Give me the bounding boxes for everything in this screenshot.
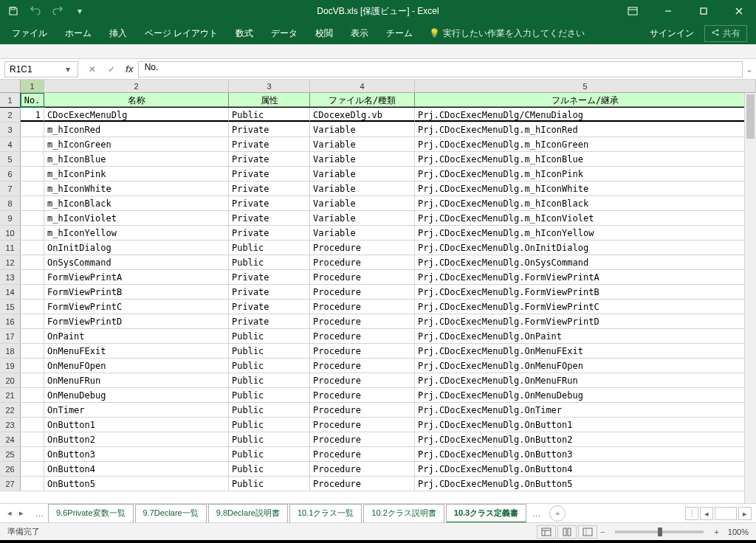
cell[interactable]: Prj.CDocExecMenuDlg.OnButton1 (415, 418, 756, 432)
column-header[interactable]: 1 (21, 80, 44, 92)
row-header[interactable]: 12 (0, 255, 21, 269)
cell[interactable]: Variable (310, 137, 415, 151)
cell[interactable]: Private (229, 314, 310, 328)
header-cell[interactable]: 名称 (44, 93, 229, 107)
cell[interactable]: Public (229, 344, 310, 358)
cell[interactable]: Public (229, 108, 310, 122)
cell[interactable]: CDocexeDlg.vb (310, 108, 415, 122)
cell[interactable] (21, 403, 44, 417)
cell[interactable]: Prj.CDocExecMenuDlg.FormViewPrintC (415, 300, 756, 314)
cell[interactable]: Public (229, 255, 310, 269)
cell[interactable]: Procedure (310, 373, 415, 387)
cell[interactable]: OnMenuFRun (44, 373, 229, 387)
tell-me-search[interactable]: 💡 実行したい作業を入力してください (429, 27, 585, 40)
ribbon-tab-7[interactable]: 表示 (342, 24, 377, 43)
row-header[interactable]: 20 (0, 373, 21, 387)
row-header[interactable]: 4 (0, 137, 21, 151)
cell[interactable]: Public (229, 373, 310, 387)
cell[interactable]: 1 (21, 108, 44, 122)
cell[interactable]: OnButton5 (44, 477, 229, 491)
row-header[interactable]: 17 (0, 329, 21, 343)
horizontal-scrollbar[interactable] (715, 507, 737, 520)
cell[interactable]: Procedure (310, 388, 415, 402)
ribbon-tab-8[interactable]: チーム (377, 24, 422, 43)
tab-scroll-first-icon[interactable]: ◂ (4, 507, 15, 519)
tab-split-handle[interactable]: ⋮ (685, 507, 698, 520)
cell[interactable]: Prj.CDocExecMenuDlg.m_hIconPink (415, 167, 756, 181)
cell[interactable]: CDocExecMenuDlg (44, 108, 229, 122)
cell[interactable] (21, 122, 44, 136)
ribbon-tab-3[interactable]: ページ レイアウト (136, 24, 227, 43)
insert-function-icon[interactable]: fx (121, 64, 138, 75)
cell[interactable]: Prj.CDocExecMenuDlg.m_hIconRed (415, 122, 756, 136)
cell[interactable]: OnInitDialog (44, 241, 229, 255)
cell[interactable]: Private (229, 167, 310, 181)
cell[interactable]: Variable (310, 152, 415, 166)
ribbon-tab-1[interactable]: ホーム (56, 24, 100, 43)
enter-formula-icon[interactable]: ✓ (102, 64, 121, 75)
cell[interactable]: Prj.CDocExecMenuDlg.FormViewPrintA (415, 270, 756, 284)
ribbon-tab-5[interactable]: データ (262, 24, 306, 43)
cell[interactable]: Procedure (310, 359, 415, 373)
column-header[interactable]: 3 (229, 80, 310, 92)
row-header[interactable]: 7 (0, 181, 21, 196)
sheet-tab[interactable]: 10.3クラス定義書 (446, 504, 526, 523)
formula-input[interactable]: No. (138, 61, 743, 77)
cell[interactable]: m_hIconRed (44, 122, 229, 136)
sheet-tab[interactable]: 9.8Declare説明書 (208, 504, 288, 523)
column-header[interactable]: 2 (44, 80, 229, 92)
cell[interactable]: m_hIconViolet (44, 211, 229, 225)
cell[interactable]: Private (229, 196, 310, 210)
cell[interactable]: Public (229, 462, 310, 476)
cell[interactable]: Procedure (310, 300, 415, 314)
page-layout-view-icon[interactable] (557, 525, 577, 539)
row-header[interactable]: 27 (0, 477, 21, 491)
cell[interactable]: Prj.CDocExecMenuDlg.m_hIconViolet (415, 211, 756, 225)
chevron-down-icon[interactable]: ▾ (63, 64, 73, 75)
cell[interactable]: Prj.CDocExecMenuDlg.OnButton4 (415, 462, 756, 476)
row-header[interactable]: 21 (0, 388, 21, 402)
row-header[interactable]: 23 (0, 418, 21, 432)
cell[interactable] (21, 373, 44, 387)
cell[interactable]: Prj.CDocExecMenuDlg.FormViewPrintD (415, 314, 756, 328)
row-header[interactable]: 5 (0, 152, 21, 166)
zoom-in-button[interactable]: + (711, 528, 721, 536)
row-header[interactable]: 1 (0, 93, 21, 107)
cell[interactable]: OnSysCommand (44, 255, 229, 269)
row-header[interactable]: 9 (0, 211, 21, 225)
cell[interactable]: Prj.CDocExecMenuDlg.m_hIconBlack (415, 196, 756, 210)
row-header[interactable]: 22 (0, 403, 21, 417)
sheet-tab[interactable]: 9.6Private変数一覧 (48, 504, 134, 523)
cell[interactable]: FormViewPrintD (44, 314, 229, 328)
ribbon-tab-2[interactable]: 挿入 (100, 24, 136, 43)
cell[interactable]: Procedure (310, 418, 415, 432)
cell[interactable]: Private (229, 211, 310, 225)
cell[interactable]: Prj.CDocExecMenuDlg.m_hIconBlue (415, 152, 756, 166)
cell[interactable] (21, 152, 44, 166)
cell[interactable]: Public (229, 432, 310, 446)
cell[interactable]: Public (229, 329, 310, 343)
cell[interactable]: Procedure (310, 344, 415, 358)
cell[interactable]: Prj.CDocExecMenuDlg.OnMenuFRun (415, 373, 756, 387)
more-tabs-right[interactable]: … (528, 509, 545, 518)
header-cell[interactable]: 属性 (229, 93, 310, 107)
cell[interactable] (21, 211, 44, 225)
cell[interactable] (21, 344, 44, 358)
cell[interactable]: Procedure (310, 447, 415, 461)
cell[interactable]: Procedure (310, 270, 415, 284)
cell[interactable] (21, 432, 44, 446)
cell[interactable]: m_hIconYellow (44, 226, 229, 240)
cell[interactable] (21, 300, 44, 314)
cell[interactable]: Prj.CDocExecMenuDlg.OnMenuFOpen (415, 359, 756, 373)
cell[interactable]: FormViewPrintB (44, 285, 229, 299)
cell[interactable] (21, 137, 44, 151)
cell[interactable]: Procedure (310, 314, 415, 328)
row-header[interactable]: 10 (0, 226, 21, 240)
zoom-slider[interactable] (615, 530, 704, 533)
cell[interactable]: Public (229, 447, 310, 461)
cell[interactable]: Public (229, 241, 310, 255)
cell[interactable]: Private (229, 122, 310, 136)
cell[interactable]: Private (229, 226, 310, 240)
cell[interactable] (21, 359, 44, 373)
cell[interactable]: m_hIconWhite (44, 181, 229, 196)
